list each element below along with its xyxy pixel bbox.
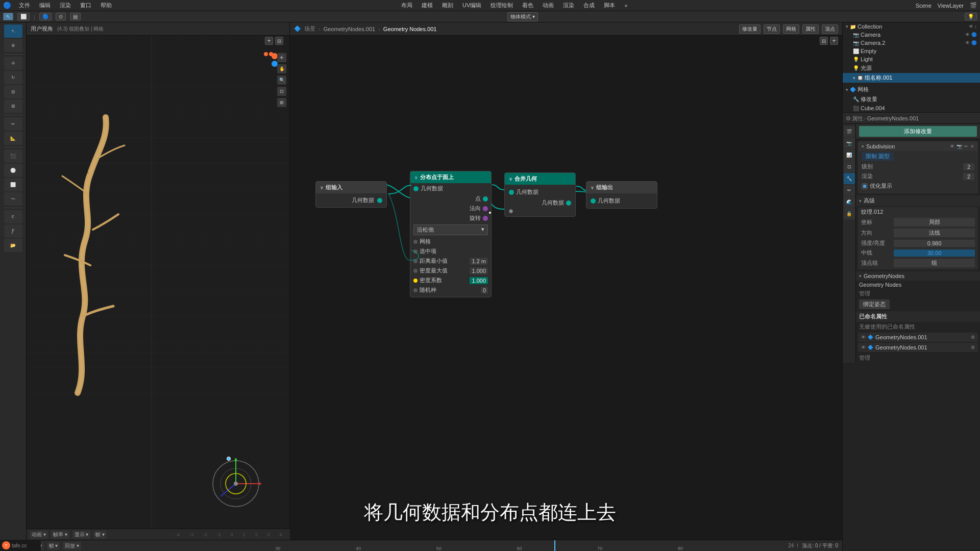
tool-open[interactable]: 📂 [4, 239, 22, 252]
gn-mod-settings[interactable]: ⚙ [971, 335, 975, 340]
ne-btn-vertex[interactable]: 顶点 [822, 24, 838, 34]
join-extra-socket[interactable] [509, 209, 513, 213]
mod-sub-edit[interactable]: ✏ [964, 144, 968, 149]
node-join-collapse[interactable]: ∨ [509, 177, 512, 182]
curve-intensity-value[interactable]: 0.980 [894, 240, 975, 247]
outliner-item-modifier[interactable]: 🔧 修改量 [843, 94, 980, 104]
workspace-render[interactable]: 渲染 [561, 2, 576, 9]
node-editor-canvas[interactable]: ∨ 组输入 几何数据 ∨ 分布点于面上 几何数据 点 [290, 36, 842, 540]
viewport-right-icons[interactable]: ✛ ✋ 🔍 ⊡ ⊞ [277, 53, 286, 107]
node-editor[interactable]: 🔷 场景 › GeometryNodes.001 › Geometry Node… [290, 22, 842, 540]
vp-icon-extra[interactable]: ⊞ [277, 98, 286, 107]
viewport-add-btn[interactable]: + [265, 37, 273, 45]
toolbar-proportional[interactable]: ⊙ [56, 13, 66, 20]
tool-extra[interactable]: ⬜ [4, 178, 22, 191]
curve-coord-value[interactable]: 局部 [894, 218, 975, 227]
mod-render-value[interactable]: 2 [963, 173, 974, 180]
vp-icon-view[interactable]: ⊡ [277, 87, 286, 96]
vp-bottom-mode[interactable]: 动画 ▾ [30, 531, 48, 539]
mode-selector[interactable]: 物体模式 ▾ [507, 12, 538, 21]
outliner-item-empty[interactable]: ⬜ Empty [843, 47, 980, 55]
mod-optimize-checkbox[interactable] [862, 183, 868, 189]
tool-move[interactable]: ✛ [4, 57, 22, 70]
tree-btn-cam2-render[interactable]: 🔵 [971, 40, 977, 45]
vp-bottom-frame[interactable]: 帧率 ▾ [51, 531, 69, 539]
dist-output-point-socket[interactable] [483, 196, 488, 202]
node-group-input-collapse[interactable]: ∨ [320, 185, 324, 190]
outliner-item-lightsource[interactable]: 💡 光源 [843, 63, 980, 73]
tool-grease[interactable]: F [4, 210, 22, 223]
tool-cursor[interactable]: ⊕ [4, 39, 22, 52]
toolbar-select[interactable]: ↖ [3, 13, 13, 20]
workspace-texture-paint[interactable]: 纹理绘制 [489, 2, 514, 9]
prop-tab-physics[interactable]: 🌊 [844, 196, 855, 208]
node-group-input[interactable]: ∨ 组输入 几何数据 [315, 181, 387, 208]
tool-curve[interactable]: 〜 [4, 192, 22, 206]
prop-tab-scene[interactable]: 🎬 [844, 126, 855, 137]
prop-tab-output[interactable]: 📊 [844, 149, 855, 161]
gn-mod2-settings[interactable]: ⚙ [971, 345, 975, 350]
ne-add-btn[interactable]: + [830, 37, 838, 45]
tree-btn-col-1[interactable]: 👁 [969, 24, 973, 29]
dist-prop-density[interactable]: 密度系数 1.000 [410, 276, 491, 285]
gn-header[interactable]: ▾ GeometryNodes [856, 271, 980, 281]
mod-level-value[interactable]: 2 [963, 163, 974, 170]
toolbar-options[interactable]: ▤ [70, 13, 81, 20]
dist-dropdown[interactable]: 沿松弛 ▾ [413, 224, 488, 235]
tree-btn-cam-eye[interactable]: 👁 [965, 32, 970, 37]
tool-measure[interactable]: 📐 [4, 132, 22, 145]
group-output-socket[interactable] [591, 198, 596, 204]
workspace-shading[interactable]: 着色 [521, 2, 535, 9]
tool-formula[interactable]: Ƒ [4, 224, 22, 238]
add-modifier-btn[interactable]: 添加修改量 [859, 126, 977, 137]
ne-btn-nodes[interactable]: 节点 [764, 24, 780, 34]
menu-render[interactable]: 渲染 [58, 2, 72, 9]
curve-midline-value[interactable]: 30.00 [894, 249, 975, 257]
workspace-sculpt[interactable]: 雕刻 [440, 2, 455, 9]
node-group-output-collapse[interactable]: ∨ [591, 185, 594, 190]
mod-sub-vis[interactable]: 👁 [950, 144, 954, 149]
workspace-add[interactable]: + [623, 3, 629, 9]
prop-tab-view[interactable]: ⊡ [844, 161, 855, 172]
workspace-modeling[interactable]: 建模 [420, 2, 434, 9]
gn-modifier-list-item[interactable]: 👁 🔷 GeometryNodes.001 ⚙ [858, 333, 978, 342]
dist-output-normal-socket[interactable] [483, 206, 488, 211]
tool-add-cube[interactable]: ⬛ [4, 149, 22, 163]
menu-help[interactable]: 帮助 [99, 2, 113, 9]
dist-maxval-value[interactable]: 1.000 [470, 267, 488, 274]
dist-dropdown-row[interactable]: 沿松弛 ▾ [410, 223, 491, 237]
vp-icon-hand[interactable]: ✋ [277, 64, 286, 73]
join-input-socket[interactable] [509, 190, 514, 195]
workspace-layout[interactable]: 布局 [400, 2, 414, 9]
tool-select[interactable]: ↖ [4, 24, 22, 38]
scene-name[interactable]: Scene [916, 3, 932, 9]
ne-btn-mesh[interactable]: 网格 [783, 24, 799, 34]
outliner-item-mesh-group[interactable]: ▾ 🔷 网格 [843, 85, 980, 94]
timeline-ruler[interactable]: 30 40 50 60 70 80 [249, 540, 786, 551]
outliner-item-camera[interactable]: 📷 Camera 👁 🔵 [843, 31, 980, 39]
prop-tab-particles[interactable]: ✏ [844, 185, 855, 196]
node-dist-collapse[interactable]: ∨ [414, 175, 418, 180]
outliner-item-active-mesh[interactable]: ▾ 🔲 组名称.001 [843, 73, 980, 83]
join-output-socket[interactable] [566, 201, 571, 206]
gn-modifier-list-item2[interactable]: 👁 🔷 GeometryNodes.001 ⚙ [858, 343, 978, 352]
group-input-geometry-socket[interactable] [377, 198, 382, 203]
toolbar-move[interactable]: ⬜ [17, 13, 30, 20]
tool-rotate[interactable]: ↻ [4, 71, 22, 84]
workspace-scripting[interactable]: 脚本 [602, 2, 617, 9]
outliner-item-collection[interactable]: ▾ 📁 Collection 👁 ↕ [843, 22, 980, 31]
viewport-3d[interactable]: 用户视角 (4.3) 视图叠加 | 网格 [27, 22, 290, 540]
tool-scale[interactable]: ⊞ [4, 85, 22, 98]
props-icon-tabs[interactable]: 🎬 📷 📊 ⊡ 🔧 ✏ 🌊 🔒 [843, 124, 856, 363]
menu-file[interactable]: 文件 [17, 2, 32, 9]
mod-sub-type[interactable]: 限制 圆型 [862, 152, 894, 161]
prop-tab-render[interactable]: 📷 [844, 138, 855, 149]
vp-icon-1[interactable]: ✛ [277, 53, 286, 62]
vp-bottom-frame2[interactable]: 帧 ▾ [93, 531, 107, 539]
hair-section-header[interactable]: ▾ 高级 [856, 195, 980, 206]
tree-btn-col-2[interactable]: ↕ [975, 24, 977, 29]
tree-btn-cam2-eye[interactable]: 👁 [965, 40, 970, 45]
dist-prop-maxval[interactable]: 密度最大值 1.000 [410, 266, 491, 276]
dist-prop-seed[interactable]: 随机种 0 [410, 285, 491, 295]
render-mode[interactable]: 💡 [965, 13, 977, 20]
